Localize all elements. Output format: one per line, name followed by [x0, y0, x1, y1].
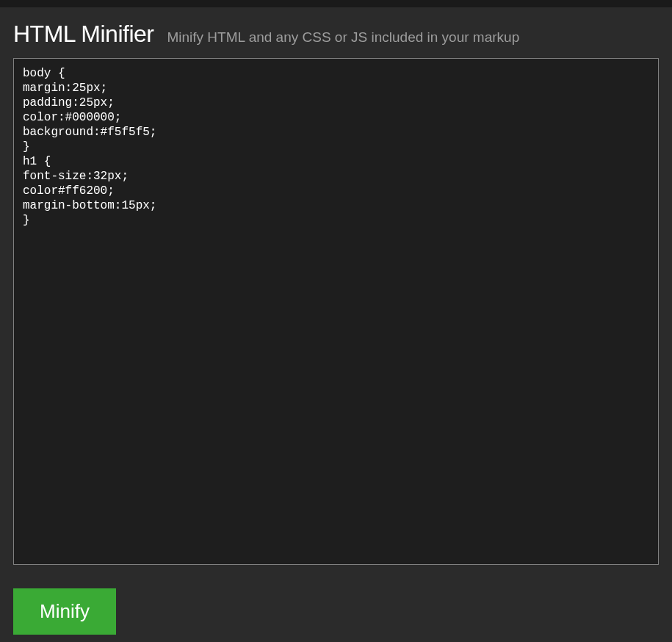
top-bar [0, 0, 672, 7]
header: HTML Minifier Minify HTML and any CSS or… [13, 21, 659, 48]
main-container: HTML Minifier Minify HTML and any CSS or… [0, 7, 672, 642]
code-input[interactable] [13, 58, 659, 565]
minify-button[interactable]: Minify [13, 588, 116, 635]
page-subtitle: Minify HTML and any CSS or JS included i… [167, 29, 519, 46]
page-title: HTML Minifier [13, 21, 153, 48]
